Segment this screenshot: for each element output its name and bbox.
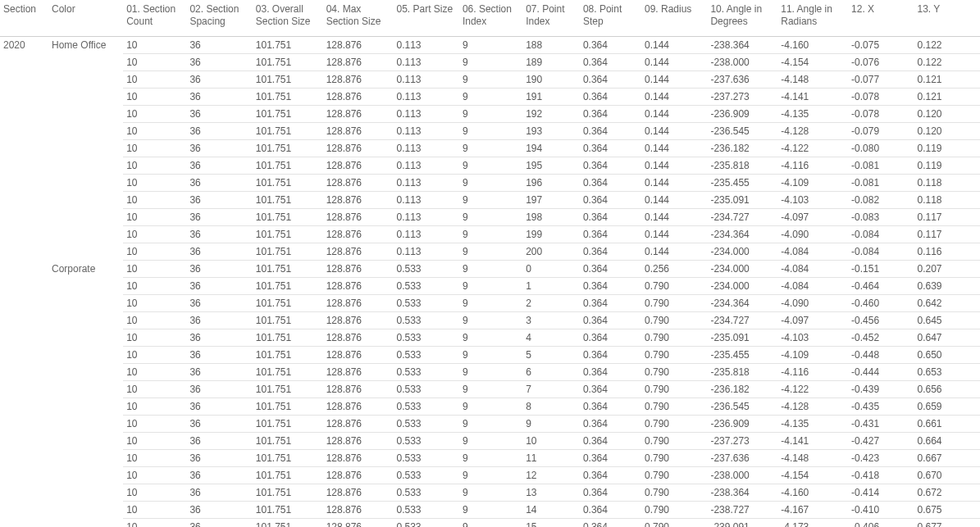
table-row[interactable]: 1036101.751128.8760.533910.3640.790-234.… — [0, 278, 980, 295]
table-row[interactable]: 1036101.751128.8760.533990.3640.790-236.… — [0, 416, 980, 433]
table-row[interactable]: 1036101.751128.8760.5339110.3640.790-237… — [0, 450, 980, 467]
data-cell: -238.364 — [707, 484, 777, 502]
data-cell: 9 — [459, 467, 522, 484]
table-row[interactable]: Corporate1036101.751128.8760.533900.3640… — [0, 261, 980, 278]
data-cell: 10 — [123, 416, 186, 433]
table-row[interactable]: 1036101.751128.8760.11391990.3640.144-23… — [0, 226, 980, 243]
table-row[interactable]: 1036101.751128.8760.11391910.3640.144-23… — [0, 89, 980, 106]
col-section[interactable]: Section — [0, 0, 48, 37]
data-cell: 9 — [459, 433, 522, 450]
col-point-index[interactable]: 07. PointIndex — [522, 0, 580, 37]
data-cell: 9 — [459, 157, 522, 175]
data-cell: 128.876 — [323, 467, 394, 484]
table-row[interactable]: 1036101.751128.8760.5339140.3640.790-238… — [0, 502, 980, 519]
color-cell — [48, 329, 123, 347]
data-cell: -0.077 — [848, 71, 914, 89]
col-overall-section-size[interactable]: 03. OverallSection Size — [253, 0, 323, 37]
data-table[interactable]: Section Color 01. SectionCount 02. Secti… — [0, 0, 980, 527]
data-cell: 0.533 — [393, 381, 458, 398]
data-cell: 36 — [186, 243, 252, 261]
color-cell — [48, 209, 123, 226]
col-point-step[interactable]: 08. PointStep — [580, 0, 641, 37]
table-row[interactable]: 1036101.751128.8760.533940.3640.790-235.… — [0, 329, 980, 347]
data-cell: -236.545 — [707, 123, 777, 140]
color-cell — [48, 295, 123, 312]
col-angle-radians[interactable]: 11. Angle inRadians — [777, 0, 848, 37]
col-part-size[interactable]: 05. Part Size — [393, 0, 458, 37]
data-cell: 0.113 — [393, 37, 458, 54]
col-color[interactable]: Color — [48, 0, 123, 37]
table-row[interactable]: 1036101.751128.8760.5339130.3640.790-238… — [0, 484, 980, 502]
col-y[interactable]: 13. Y — [914, 0, 980, 37]
data-cell: -236.182 — [707, 140, 777, 157]
data-cell: 0.364 — [580, 226, 641, 243]
data-cell: 11 — [522, 450, 580, 467]
data-cell: -236.545 — [707, 398, 777, 416]
data-cell: 9 — [459, 140, 522, 157]
data-cell: 0.364 — [580, 502, 641, 519]
col-max-section-size[interactable]: 04. MaxSection Size — [323, 0, 394, 37]
data-cell: 0.113 — [393, 123, 458, 140]
table-row[interactable]: 1036101.751128.8760.533980.3640.790-236.… — [0, 398, 980, 416]
table-row[interactable]: 2020Home Office1036101.751128.8760.11391… — [0, 37, 980, 54]
section-cell — [0, 398, 48, 416]
table-row[interactable]: 1036101.751128.8760.11391960.3640.144-23… — [0, 175, 980, 192]
table-row[interactable]: 1036101.751128.8760.533930.3640.790-234.… — [0, 312, 980, 329]
table-row[interactable]: 1036101.751128.8760.533920.3640.790-234.… — [0, 295, 980, 312]
data-cell: 0.790 — [641, 381, 707, 398]
section-cell — [0, 347, 48, 364]
data-cell: 10 — [123, 312, 186, 329]
col-section-count[interactable]: 01. SectionCount — [123, 0, 186, 37]
data-cell: 101.751 — [253, 278, 323, 295]
table-row[interactable]: 1036101.751128.8760.11391900.3640.144-23… — [0, 71, 980, 89]
data-cell: 10 — [123, 347, 186, 364]
data-cell: 6 — [522, 364, 580, 381]
data-cell: 0.364 — [580, 398, 641, 416]
data-cell: 128.876 — [323, 433, 394, 450]
col-x[interactable]: 12. X — [848, 0, 914, 37]
col-section-spacing[interactable]: 02. SectionSpacing — [186, 0, 252, 37]
data-cell: 128.876 — [323, 157, 394, 175]
table-row[interactable]: 1036101.751128.8760.11391890.3640.144-23… — [0, 54, 980, 71]
table-row[interactable]: 1036101.751128.8760.11391940.3640.144-23… — [0, 140, 980, 157]
table-row[interactable]: 1036101.751128.8760.5339150.3640.790-239… — [0, 519, 980, 528]
data-cell: 101.751 — [253, 519, 323, 528]
data-cell: -234.727 — [707, 209, 777, 226]
section-cell — [0, 106, 48, 123]
data-cell: 0.144 — [641, 140, 707, 157]
data-cell: 10 — [522, 433, 580, 450]
data-cell: 36 — [186, 519, 252, 528]
table-row[interactable]: 1036101.751128.8760.11391980.3640.144-23… — [0, 209, 980, 226]
data-cell: 9 — [459, 450, 522, 467]
table-row[interactable]: 1036101.751128.8760.11391920.3640.144-23… — [0, 106, 980, 123]
data-cell: 9 — [459, 347, 522, 364]
table-row[interactable]: 1036101.751128.8760.11391950.3640.144-23… — [0, 157, 980, 175]
data-cell: 128.876 — [323, 484, 394, 502]
data-cell: 0.533 — [393, 364, 458, 381]
col-radius[interactable]: 09. Radius — [641, 0, 707, 37]
table-row[interactable]: 1036101.751128.8760.11391970.3640.144-23… — [0, 192, 980, 209]
data-cell: 196 — [522, 175, 580, 192]
data-cell: 36 — [186, 175, 252, 192]
data-cell: 0.790 — [641, 484, 707, 502]
data-cell: 10 — [123, 467, 186, 484]
col-section-index[interactable]: 06. SectionIndex — [459, 0, 522, 37]
col-angle-degrees[interactable]: 10. Angle inDegrees — [707, 0, 777, 37]
data-cell: 0.790 — [641, 278, 707, 295]
table-row[interactable]: 1036101.751128.8760.11392000.3640.144-23… — [0, 243, 980, 261]
data-cell: 0.790 — [641, 433, 707, 450]
data-cell: 0.118 — [914, 192, 980, 209]
table-row[interactable]: 1036101.751128.8760.533970.3640.790-236.… — [0, 381, 980, 398]
table-row[interactable]: 1036101.751128.8760.533950.3640.790-235.… — [0, 347, 980, 364]
section-cell — [0, 295, 48, 312]
table-row[interactable]: 1036101.751128.8760.11391930.3640.144-23… — [0, 123, 980, 140]
data-cell: 101.751 — [253, 381, 323, 398]
data-cell: 198 — [522, 209, 580, 226]
table-row[interactable]: 1036101.751128.8760.5339100.3640.790-237… — [0, 433, 980, 450]
data-cell: 0.122 — [914, 37, 980, 54]
color-cell — [48, 226, 123, 243]
data-cell: -234.364 — [707, 226, 777, 243]
table-row[interactable]: 1036101.751128.8760.5339120.3640.790-238… — [0, 467, 980, 484]
table-row[interactable]: 1036101.751128.8760.533960.3640.790-235.… — [0, 364, 980, 381]
color-cell — [48, 519, 123, 528]
